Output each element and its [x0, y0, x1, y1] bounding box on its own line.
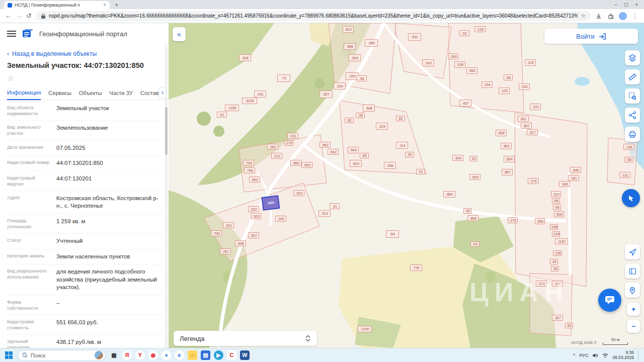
area-search-button[interactable] — [625, 88, 640, 104]
parcel-560[interactable]: :560 — [290, 160, 301, 166]
parcel-102[interactable]: :102 — [530, 104, 541, 110]
profile-avatar[interactable] — [619, 12, 627, 20]
parcel-108[interactable]: :108 — [454, 61, 465, 68]
parcel-509[interactable]: :509 — [349, 54, 361, 61]
bookmark-star-icon[interactable]: ☆ — [581, 13, 586, 19]
parcel-558[interactable]: :558 — [235, 240, 246, 246]
window-minimize-button[interactable]: – — [614, 2, 617, 7]
parcel-56[interactable]: :56 — [357, 75, 367, 81]
parcel-38[interactable]: :38 — [551, 266, 559, 272]
parcel-275[interactable]: :275 — [528, 178, 539, 184]
tab-Сервисы[interactable]: Сервисы — [48, 90, 71, 100]
zoom-out-button[interactable]: − — [627, 320, 640, 333]
parcel-276[interactable]: :276 — [284, 140, 293, 146]
parcel-85[interactable]: :85 — [552, 198, 560, 204]
tab-Части ЗУ[interactable]: Части ЗУ — [109, 90, 133, 100]
parcel-36[interactable]: :36 — [463, 208, 471, 214]
parcel-824[interactable]: :824 — [350, 160, 362, 167]
parcel-262[interactable]: :262 — [267, 144, 278, 150]
parcel-126[interactable]: :126 — [525, 59, 536, 66]
parcel-64[interactable]: :64 — [386, 230, 399, 238]
browser-forward-icon[interactable]: → — [16, 13, 22, 19]
parcel-158[interactable]: :158 — [550, 224, 558, 230]
browser-back-icon[interactable]: ← — [5, 13, 12, 19]
parcel-817[interactable]: :817 — [527, 129, 538, 135]
parcel-536[interactable]: :536 — [554, 211, 564, 217]
taskbar-app-red-app[interactable]: ◉ — [148, 350, 158, 360]
parcel-286[interactable]: :286 — [365, 39, 378, 47]
parcel-324[interactable]: :324 — [551, 191, 561, 197]
menu-hamburger-icon[interactable] — [7, 31, 16, 37]
share-button[interactable] — [625, 108, 640, 123]
taskbar-app-telegram[interactable]: ▶ — [214, 350, 223, 360]
parcel-273[interactable]: :273 — [536, 281, 547, 287]
parcel-437[interactable]: :437 — [459, 100, 471, 107]
parcel-1157[interactable]: :1157 — [555, 238, 568, 244]
parcel-241[interactable]: :241 — [254, 90, 266, 98]
parcel-204[interactable]: :204 — [334, 82, 346, 89]
parcel-240[interactable]: :240 — [519, 83, 530, 90]
taskbar-search[interactable]: Поиск — [18, 350, 106, 361]
parcel-563[interactable]: :563 — [301, 162, 312, 168]
show-desktop-button[interactable] — [638, 350, 640, 361]
taskbar-clock[interactable]: 9:36 06.03.2026 — [612, 350, 634, 360]
parcel-307[interactable]: :307 — [552, 315, 563, 321]
parcel-68[interactable]: :68 — [624, 157, 633, 162]
parcel-555[interactable]: :555 — [535, 218, 545, 224]
parcel-839[interactable]: :839 — [469, 174, 480, 180]
taskbar-app-blue-app[interactable]: ▤ — [201, 350, 210, 360]
parcel-82[interactable]: :82 — [345, 118, 354, 123]
parcel-507[interactable]: :507 — [248, 232, 259, 238]
parcel-128[interactable]: :128 — [474, 26, 486, 32]
parcel-199[interactable]: :199 — [552, 231, 560, 237]
sidebar-scrollbar[interactable] — [165, 44, 168, 348]
login-button[interactable]: Войти — [544, 29, 638, 44]
parcel-838[interactable]: :838 — [496, 130, 507, 136]
parcel-853[interactable]: :853 — [501, 143, 512, 149]
parcel-1290[interactable]: :1290 — [358, 326, 372, 332]
parcel-103[interactable]: :103 — [499, 87, 510, 94]
legend-toggle[interactable]: Легенда — [174, 331, 317, 346]
parcel-146[interactable]: :146 — [623, 144, 634, 150]
parcel-562[interactable]: :562 — [319, 142, 331, 148]
parcel-739[interactable]: :739 — [410, 264, 422, 271]
parcel-854[interactable]: :854 — [504, 156, 515, 162]
network-icon[interactable] — [602, 353, 608, 358]
parcel-802[interactable]: :802 — [249, 176, 260, 183]
new-tab-button[interactable]: + — [113, 2, 120, 9]
parcel-selected[interactable]: :850 — [261, 195, 280, 211]
parcel-161[interactable]: :161 — [552, 281, 563, 287]
parcel-546[interactable]: :546 — [570, 167, 581, 173]
favorite-star-icon[interactable]: ☆ — [7, 73, 162, 83]
layers-button[interactable] — [625, 50, 640, 65]
parcel-884[interactable]: :884 — [443, 191, 455, 198]
parcel-304[interactable]: :304 — [452, 155, 463, 161]
parcel-810[interactable]: :810 — [343, 26, 354, 33]
back-to-selected-link[interactable]: ‹ Назад в выделенные объекты — [7, 50, 162, 57]
hidden-icons-chevron[interactable]: ^ — [573, 353, 575, 358]
parcel-292[interactable]: :292 — [248, 206, 259, 212]
taskbar-app-yandex-browser[interactable]: Y — [135, 350, 145, 360]
parcel-92[interactable]: :92 — [459, 30, 469, 36]
taskbar-app-chrome[interactable]: ● — [162, 350, 171, 360]
parcel-229[interactable]: :229 — [376, 123, 388, 130]
parcel-83[interactable]: :83 — [565, 323, 573, 328]
taskbar-app-explorer-folder[interactable]: ▱ — [188, 350, 197, 360]
window-close-button[interactable]: × — [635, 2, 638, 7]
taskbar-app-task-view[interactable]: ▦ — [109, 350, 119, 360]
parcel-794[interactable]: :794 — [243, 160, 254, 166]
taskbar-app-cian[interactable]: С — [227, 350, 236, 360]
zoom-in-button[interactable]: + — [627, 303, 640, 316]
browser-reload-icon[interactable]: ↺ — [26, 13, 32, 19]
parcel-527[interactable]: :527 — [319, 90, 333, 98]
bookmark-place-button[interactable] — [625, 283, 640, 298]
parcel-85[interactable]: :85 — [360, 153, 369, 158]
browser-tab[interactable]: НСПД | Геоинформационный п × — [4, 1, 110, 9]
parcel-43[interactable]: :43 — [470, 241, 479, 247]
identify-tool-button[interactable] — [622, 189, 640, 207]
parcel-542[interactable]: :542 — [328, 149, 339, 155]
taskbar-app-word[interactable]: W — [240, 350, 250, 360]
parcel-928[interactable]: :928 — [239, 54, 251, 61]
parcel-858[interactable]: :858 — [467, 215, 478, 221]
parcel-288[interactable]: :288 — [384, 162, 396, 169]
